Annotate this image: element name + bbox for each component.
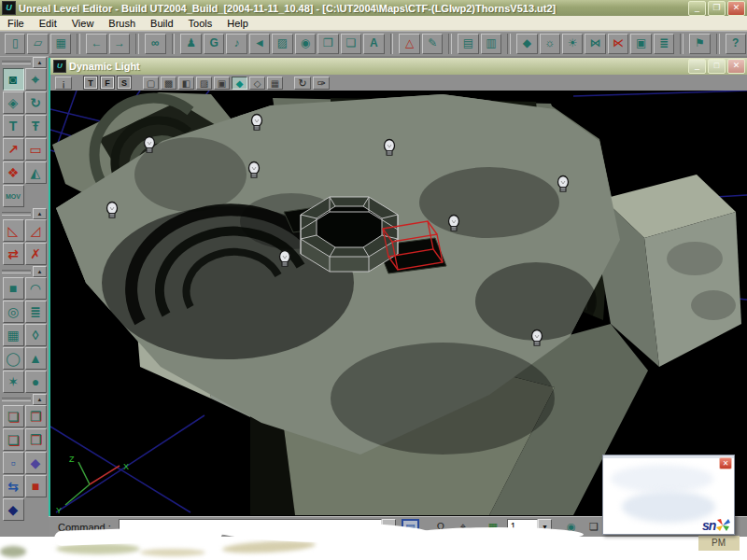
- viewport-maximize-button[interactable]: □: [708, 59, 726, 74]
- 3d-viewport-canvas[interactable]: Z Y X: [50, 91, 747, 516]
- redo-button[interactable]: →: [109, 34, 130, 54]
- build-options-button[interactable]: ≣: [654, 34, 674, 54]
- build-paths-button[interactable]: ⋈: [585, 34, 605, 54]
- volumetric-builder-button[interactable]: ✶: [3, 371, 24, 393]
- mesh-viewer-button[interactable]: ◉: [295, 34, 316, 54]
- face-drag-mode[interactable]: ❖: [3, 161, 24, 184]
- menu-view[interactable]: View: [64, 18, 102, 29]
- generic-browser-button[interactable]: G: [204, 34, 224, 54]
- cube-builder-button[interactable]: ■: [3, 277, 24, 300]
- mode-dynamic-light-button[interactable]: ◆: [232, 77, 247, 90]
- viewport-joystick-button[interactable]: ¡: [55, 77, 72, 90]
- build-lighting-button[interactable]: ☼: [540, 34, 560, 54]
- octagon-pit-brush[interactable]: [301, 197, 398, 272]
- vertex-pen-button[interactable]: ✎: [422, 34, 443, 54]
- prefab-browser-button[interactable]: ❐: [317, 34, 338, 54]
- actor-properties-button[interactable]: ▤: [458, 34, 478, 54]
- search-actors-button[interactable]: ∞: [145, 34, 165, 54]
- mode-lighting-only-button[interactable]: ◇: [249, 77, 265, 90]
- build-all-button[interactable]: ▣: [630, 34, 651, 54]
- texture-rotate-mode[interactable]: Ŧ: [25, 115, 47, 137]
- top-view-button[interactable]: T: [84, 77, 97, 89]
- texture-browser-button[interactable]: ▨: [272, 34, 292, 54]
- viewport-close-button[interactable]: ✕: [727, 59, 745, 74]
- texture-pan-mode[interactable]: T: [3, 115, 24, 137]
- clip-marker-button[interactable]: ⇄: [3, 243, 24, 265]
- realtime-preview-button[interactable]: ↻: [294, 77, 311, 90]
- mode-depth-complexity-button[interactable]: ▦: [267, 77, 283, 90]
- tessellated-sheet-builder-button[interactable]: ▦: [3, 324, 24, 346]
- actor-scale-mode[interactable]: ◈: [3, 91, 24, 114]
- mode-textured-button[interactable]: ▣: [214, 77, 230, 90]
- brush-clip-button[interactable]: ◺: [3, 219, 24, 242]
- spiral-stair-builder-button[interactable]: ◎: [3, 301, 24, 323]
- camera-move-mode[interactable]: ◙: [3, 68, 24, 91]
- actor-class-browser-button[interactable]: ♟: [180, 34, 201, 54]
- collapse-brush-builders-icon[interactable]: ▲: [33, 266, 47, 277]
- mode-wireframe-button[interactable]: ▢: [143, 77, 159, 90]
- sound-browser-button[interactable]: ◄: [249, 34, 270, 54]
- add-brush-button[interactable]: ❏: [3, 405, 24, 427]
- collapse-camera-modes-icon[interactable]: ▲: [33, 57, 47, 68]
- menu-help[interactable]: Help: [219, 18, 256, 29]
- brush-delta-button[interactable]: △: [399, 34, 419, 54]
- sheet-builder-button[interactable]: ◊: [25, 324, 47, 346]
- save-map-button[interactable]: ▦: [50, 34, 71, 54]
- brush-clip-flip-button[interactable]: ◿: [25, 219, 47, 242]
- side-view-button[interactable]: S: [118, 77, 131, 89]
- menu-brush[interactable]: Brush: [101, 18, 143, 29]
- matinee-mode[interactable]: MOV: [3, 185, 24, 207]
- animation-browser-button[interactable]: ❏: [341, 34, 361, 54]
- undo-button[interactable]: ←: [86, 34, 106, 54]
- collapse-brush-clipping-icon[interactable]: ▲: [33, 208, 47, 219]
- linear-stair-builder-button[interactable]: ≣: [25, 301, 47, 323]
- subtract-brush-button[interactable]: ❐: [25, 405, 47, 427]
- vertex-edit-mode[interactable]: ⌖: [25, 68, 47, 91]
- build-geometry-button[interactable]: ◆: [516, 34, 537, 54]
- curved-stair-builder-button[interactable]: ◠: [25, 277, 47, 300]
- polygon-select-mode[interactable]: ▭: [25, 138, 47, 161]
- terrain-edit-mode[interactable]: ◭: [25, 161, 47, 184]
- menu-build[interactable]: Build: [143, 18, 180, 29]
- collapse-csg-operations-icon[interactable]: ▲: [33, 394, 47, 405]
- add-mover-button[interactable]: ⇆: [3, 475, 24, 497]
- music-browser-button[interactable]: ♪: [226, 34, 247, 54]
- sphere-builder-button[interactable]: ●: [25, 371, 47, 393]
- actor-rotate-mode[interactable]: ↻: [25, 91, 47, 114]
- surface-properties-button[interactable]: ▥: [481, 34, 501, 54]
- cone-builder-button[interactable]: ▲: [25, 347, 47, 370]
- context-help-button[interactable]: ?: [726, 34, 746, 54]
- toolbar-separator: [716, 34, 720, 54]
- mode-bsp-cuts-button[interactable]: ▨: [196, 77, 212, 90]
- viewport-minimize-button[interactable]: _: [688, 59, 706, 74]
- build-changed-paths-button[interactable]: ⋉: [608, 34, 628, 54]
- font-browser-button[interactable]: A: [363, 34, 384, 54]
- cylinder-builder-button[interactable]: ◯: [3, 347, 24, 370]
- add-special-brush-button[interactable]: ▫: [3, 452, 24, 474]
- close-button[interactable]: ✕: [727, 1, 745, 16]
- front-view-button[interactable]: F: [101, 77, 114, 89]
- viewport-window: U Dynamic Light _ □ ✕ ¡ TFS ▢▩◧▨▣◆◇▦ ↻✑: [49, 58, 747, 516]
- add-volume-button[interactable]: ■: [25, 475, 47, 497]
- delete-clip-button[interactable]: ✗: [25, 243, 47, 265]
- restore-button[interactable]: ❐: [708, 1, 726, 16]
- play-level-button[interactable]: ⚑: [689, 34, 710, 54]
- add-static-mesh-button[interactable]: ◆: [25, 452, 47, 474]
- duplicate-icon[interactable]: ❏: [585, 520, 602, 535]
- pin-viewport-button[interactable]: ✑: [313, 77, 330, 90]
- menu-edit[interactable]: Edit: [32, 18, 64, 29]
- deintersect-brush-button[interactable]: ❒: [25, 428, 47, 451]
- toolbar-separator: [680, 34, 684, 54]
- build-changed-lighting-button[interactable]: ☀: [562, 34, 583, 54]
- menu-tools[interactable]: Tools: [181, 18, 220, 29]
- popup-close-button[interactable]: ✕: [719, 457, 732, 469]
- minimize-button[interactable]: _: [688, 1, 706, 16]
- new-map-button[interactable]: ▯: [5, 34, 25, 54]
- menu-file[interactable]: File: [0, 18, 32, 29]
- mode-zone-portal-button[interactable]: ▩: [161, 77, 176, 90]
- intersect-brush-button[interactable]: ❑: [3, 428, 24, 451]
- brush-scale-mode[interactable]: ↗: [3, 138, 24, 161]
- add-antiportal-button[interactable]: ◆: [3, 498, 24, 521]
- mode-texture-usage-button[interactable]: ◧: [178, 77, 194, 90]
- open-map-button[interactable]: ▱: [27, 34, 48, 54]
